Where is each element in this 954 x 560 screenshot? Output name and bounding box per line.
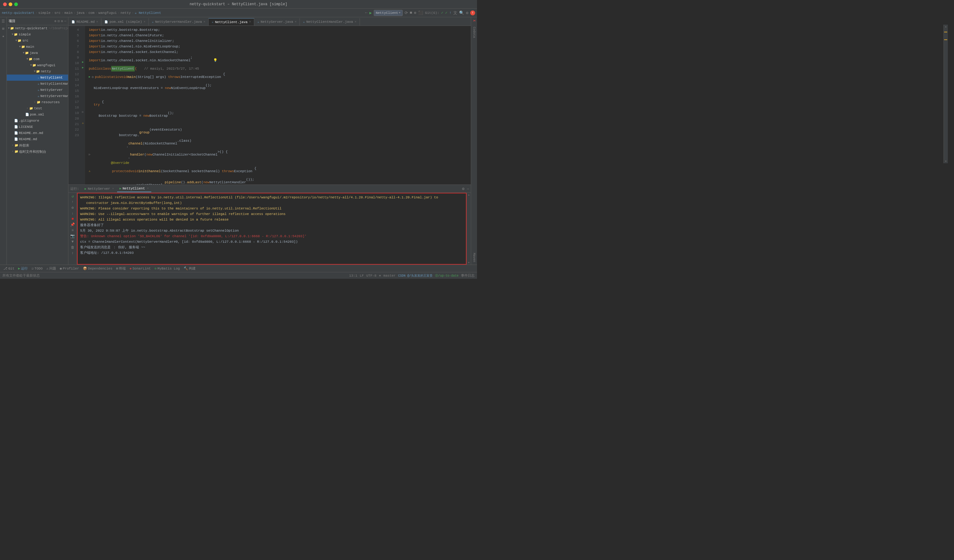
run-clear-icon[interactable]: 🗑 bbox=[71, 245, 75, 250]
bc-project[interactable]: netty-quickstart bbox=[2, 11, 34, 15]
toolbar-profiler[interactable]: ◉ Profiler bbox=[58, 266, 80, 272]
run-btn[interactable]: ▶ bbox=[369, 11, 372, 16]
tree-item-resources[interactable]: › 📁 resources bbox=[7, 99, 68, 105]
panel-close-icon[interactable]: — bbox=[64, 19, 66, 23]
scroll-top[interactable]: ▲ bbox=[467, 193, 471, 197]
tree-item-src[interactable]: ▼ 📁 src bbox=[7, 37, 68, 44]
run-expand-icon[interactable]: ↕ bbox=[72, 251, 74, 255]
tab-nettyclient-close[interactable]: × bbox=[249, 20, 251, 24]
coverage-icon[interactable]: ⊕ bbox=[414, 11, 416, 16]
tree-item-nettyserver[interactable]: ☕ NettyServer bbox=[7, 87, 68, 93]
structure-icon[interactable]: ⊞ bbox=[1, 26, 6, 31]
git-check2[interactable]: ✓ bbox=[445, 11, 447, 15]
status-branch[interactable]: master bbox=[383, 274, 396, 277]
tree-item-simple[interactable]: ▼ 📁 simple bbox=[7, 31, 68, 37]
tree-item-license[interactable]: 📄 LICENSE bbox=[7, 124, 68, 130]
panel-fold-icon[interactable]: ⊕ bbox=[55, 19, 57, 23]
tree-item-gitignore[interactable]: 📄 .gitignore bbox=[7, 118, 68, 124]
toolbar-git[interactable]: ⎇ Git bbox=[2, 266, 16, 272]
run-tab-server-close[interactable]: × bbox=[112, 187, 114, 190]
toolbar-sonarlint[interactable]: ◈ SonarLint bbox=[128, 266, 152, 272]
maven-label[interactable]: Maven bbox=[472, 250, 476, 264]
panel-gear-icon[interactable]: ⚙ bbox=[61, 19, 63, 23]
run-pin-icon[interactable]: 📌 bbox=[70, 222, 75, 227]
run-tab-nettyserver[interactable]: ▶ NettyServer × bbox=[82, 185, 117, 192]
tree-item-nettyserverhandler[interactable]: ☕ NettyServerHandler bbox=[7, 93, 68, 99]
notification-badge[interactable]: ! bbox=[470, 11, 475, 16]
tab-readme[interactable]: 📄 README.md × bbox=[69, 18, 101, 26]
minimize-button[interactable] bbox=[9, 3, 12, 6]
status-position[interactable]: 13:1 bbox=[349, 274, 357, 277]
tree-item-readme-en[interactable]: 📄 README.en.md bbox=[7, 130, 68, 136]
toolbar-problems[interactable]: ⚠ 问题 bbox=[45, 266, 58, 272]
tab-nettyclienthandler[interactable]: ☕ NettyClientHandler.java × bbox=[300, 18, 360, 26]
tab-pom-close[interactable]: × bbox=[143, 20, 145, 24]
tree-item-scratch[interactable]: › 📁 临时文件和控制台 bbox=[7, 148, 68, 155]
toolbar-build[interactable]: 🔨 构建 bbox=[182, 266, 197, 272]
toolbar-mybatis[interactable]: ⊙ MyBatis Log bbox=[153, 266, 181, 272]
panel-icon-group[interactable]: ⊕ ⊟ ⚙ — bbox=[55, 19, 66, 23]
tab-nettyclient[interactable]: ☕ NettyClient.java × bbox=[209, 18, 254, 26]
translate-icon[interactable]: 文 bbox=[453, 10, 457, 16]
stop-icon[interactable]: ■ bbox=[410, 11, 412, 15]
run-tab-nettyclient[interactable]: ▶ NettyClient × bbox=[117, 185, 151, 192]
codota-label[interactable]: Codota bbox=[472, 24, 476, 40]
status-lf[interactable]: LF bbox=[360, 274, 364, 277]
run-gutter-11[interactable]: ▶ bbox=[82, 66, 84, 69]
search-icon[interactable]: 🔍 bbox=[459, 11, 464, 16]
scrollbar-track[interactable] bbox=[467, 197, 471, 261]
git-check[interactable]: ✓ bbox=[441, 11, 443, 15]
console-output[interactable]: WARNING: Illegal reflective access by io… bbox=[77, 193, 466, 264]
tab-nettyserverhandler-close[interactable]: × bbox=[203, 20, 205, 24]
tab-nettyserver[interactable]: ☕ NettyServer.java × bbox=[254, 18, 300, 26]
scroll-bottom[interactable]: ▼ bbox=[467, 261, 471, 264]
bookmark-icon[interactable]: ★ bbox=[1, 33, 6, 39]
window-controls[interactable] bbox=[3, 3, 18, 6]
run-minimize-icon[interactable]: — bbox=[467, 187, 469, 191]
code-content[interactable]: import io.netty.bootstrap.Bootstrap; imp… bbox=[85, 26, 471, 185]
close-button[interactable] bbox=[3, 3, 7, 6]
run-up-icon[interactable]: ↑ bbox=[72, 200, 74, 204]
status-charset[interactable]: UTF-8 bbox=[366, 274, 377, 277]
toolbar-run[interactable]: ▶ 运行 bbox=[17, 266, 30, 272]
back-btn[interactable]: ← bbox=[365, 11, 368, 15]
codota-panel[interactable]: X bbox=[472, 17, 476, 24]
run-stop-icon[interactable]: ■ bbox=[72, 217, 74, 221]
run-config-dropdown[interactable]: NettyClient ▼ bbox=[374, 10, 403, 16]
build-error-icon[interactable]: ⬛ bbox=[418, 11, 423, 16]
event-log[interactable]: 事件日志 bbox=[461, 273, 474, 278]
run-settings2-icon[interactable]: ⚙ bbox=[72, 205, 74, 210]
tree-item-nettyclienthandler[interactable]: ☕ NettyClientHandler bbox=[7, 81, 68, 87]
toolbar-todo[interactable]: ☑ TODO bbox=[30, 266, 44, 272]
settings-icon[interactable]: ⚙ bbox=[466, 11, 468, 16]
tree-item-main[interactable]: ▼ 📁 main bbox=[7, 44, 68, 50]
run-camera-icon[interactable]: 📷 bbox=[70, 234, 75, 238]
tab-pom[interactable]: 📄 pom.xml (simple) × bbox=[101, 18, 149, 26]
tree-item-readme[interactable]: 📄 README.md bbox=[7, 136, 68, 142]
bulb-icon[interactable]: 💡 bbox=[213, 58, 218, 63]
run-filter-icon[interactable]: ▼ bbox=[72, 240, 74, 244]
tab-nettyserverhandler[interactable]: ☕ NettyServerHandler.java × bbox=[149, 18, 209, 26]
toolbar-terminal[interactable]: ⊞ 终端 bbox=[115, 266, 128, 272]
run-tab-client-close[interactable]: × bbox=[147, 187, 148, 190]
maximize-button[interactable] bbox=[14, 3, 18, 6]
tree-item-netty[interactable]: ▼ 📁 netty bbox=[7, 68, 68, 75]
reload-icon[interactable]: ⟳ bbox=[405, 11, 408, 16]
tree-item-test[interactable]: › 📁 test bbox=[7, 105, 68, 112]
run-gutter-10[interactable]: ▶ bbox=[82, 61, 84, 64]
run-down-icon[interactable]: ↓ bbox=[72, 211, 74, 216]
tree-item-extlib[interactable]: › 📁 外部库 bbox=[7, 142, 68, 148]
tree-item-pom[interactable]: 📄 pom.xml bbox=[7, 112, 68, 118]
tree-item-nettyclient[interactable]: ☕ NettyClient bbox=[7, 75, 68, 81]
run-scroll-icon[interactable]: ≡ bbox=[72, 228, 74, 233]
project-icon[interactable]: ☰ bbox=[1, 19, 6, 24]
tree-item-com[interactable]: ▼ 📁 com bbox=[7, 56, 68, 62]
run-restart-icon[interactable]: ↺ bbox=[72, 194, 74, 199]
tree-item-root[interactable]: ▼ 📁 netty-quickstart ~/IdeaProjects/demo… bbox=[7, 25, 68, 31]
panel-collapse-icon[interactable]: ⊟ bbox=[58, 19, 60, 23]
git-push[interactable]: ↑ bbox=[449, 11, 451, 15]
tree-item-wangfugui[interactable]: ▼ 📁 wangfugui bbox=[7, 62, 68, 68]
toolbar-dependencies[interactable]: 📦 Dependencies bbox=[81, 266, 114, 272]
tab-nettyclienthandler-close[interactable]: × bbox=[355, 20, 357, 24]
tab-nettyserver-close[interactable]: × bbox=[295, 20, 296, 24]
